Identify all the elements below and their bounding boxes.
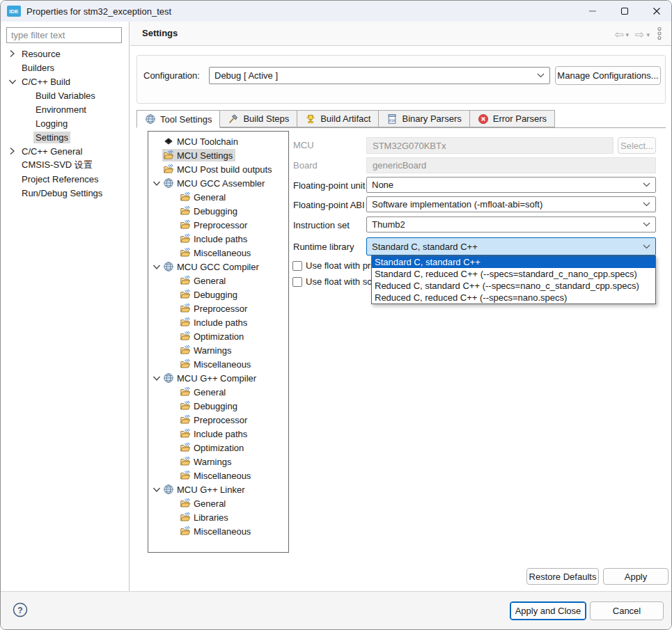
back-icon[interactable]: ⇦: [614, 28, 623, 42]
forward-icon[interactable]: ⇨: [635, 28, 644, 42]
maximize-icon[interactable]: [609, 1, 641, 22]
chevron-down-icon[interactable]: [150, 372, 162, 384]
forward-menu-icon[interactable]: ▾: [646, 31, 650, 38]
tool-tree-item-preprocessor[interactable]: Preprocessor: [148, 301, 288, 315]
tool-tree-item-preprocessor[interactable]: Preprocessor: [148, 413, 288, 427]
tool-tree-item-miscellaneous[interactable]: Miscellaneous: [148, 468, 288, 482]
help-icon[interactable]: ?: [12, 601, 29, 620]
apply-and-close-button[interactable]: Apply and Close: [510, 601, 586, 620]
tool-tree-item-optimization[interactable]: Optimization: [148, 329, 288, 343]
dropdown-option-reduced-c-reduced-c-specs-nano-specs[interactable]: Reduced C, reduced C++ (--specs=nano.spe…: [372, 292, 655, 304]
use-float-printf-checkbox[interactable]: [292, 261, 302, 271]
folder-icon: [180, 359, 191, 370]
tool-tree-item-mcu-gcc-compiler[interactable]: MCU GCC Compiler: [148, 260, 288, 274]
tool-tree-item-label: Optimization: [194, 443, 244, 453]
minimize-icon[interactable]: [577, 1, 609, 22]
tool-tree-item-label: Include paths: [194, 234, 247, 244]
tool-tree-item-general[interactable]: General: [148, 274, 288, 288]
floating-point-abi-select[interactable]: Software implementation (-mfloat-abi=sof…: [366, 196, 656, 212]
chevron-spacer: [150, 150, 162, 161]
configuration-select[interactable]: Debug [ Active ]: [209, 67, 550, 84]
sidebar-item-logging[interactable]: Logging: [1, 116, 130, 130]
view-menu-icon[interactable]: [656, 26, 663, 42]
tool-tree-item-mcu-g-compiler[interactable]: MCU G++ Compiler: [148, 371, 288, 385]
apply-button[interactable]: Apply: [603, 568, 669, 585]
tab-error-parsers[interactable]: Error Parsers: [470, 110, 555, 127]
tool-tree-item-miscellaneous[interactable]: Miscellaneous: [148, 357, 288, 371]
cancel-button[interactable]: Cancel: [590, 601, 664, 620]
tab-build-steps[interactable]: Build Steps: [220, 110, 297, 127]
tool-tree-item-label: Debugging: [194, 206, 237, 216]
dropdown-option-standard-c-standard-c[interactable]: Standard C, standard C++: [372, 256, 655, 268]
tool-tree-item-include-paths[interactable]: Include paths: [148, 232, 288, 246]
tool-tree-item-warnings[interactable]: Warnings: [148, 455, 288, 468]
filter-input[interactable]: [6, 27, 122, 43]
sidebar-item-cmsis-svd[interactable]: CMSIS-SVD 设置: [1, 158, 130, 172]
tool-tree-item-mcu-gcc-assembler[interactable]: MCU GCC Assembler: [148, 176, 288, 190]
use-float-printf-label: Use float with pri: [306, 260, 373, 271]
dropdown-option-standard-c-reduced-c-specs-standard-c-na[interactable]: Standard C, reduced C++ (--specs=standar…: [372, 268, 655, 280]
chevron-spacer: [167, 456, 179, 467]
tool-tree-item-general[interactable]: General: [148, 385, 288, 399]
chevron-right-icon[interactable]: [5, 48, 19, 59]
board-value-field: genericBoard: [366, 157, 656, 173]
tool-tree-item-debugging[interactable]: Debugging: [148, 399, 288, 413]
chevron-down-icon[interactable]: [150, 261, 162, 272]
tool-tree-item-label: Miscellaneous: [194, 471, 251, 481]
runtime-library-dropdown: Standard C, standard C++Standard C, redu…: [371, 255, 656, 304]
tool-tree-item-include-paths[interactable]: Include paths: [148, 427, 288, 441]
titlebar: IDE Properties for stm32_exception_test: [1, 1, 672, 22]
tool-tree-item-label: MCU G++ Linker: [177, 485, 245, 495]
sidebar-item-project-references[interactable]: Project References: [1, 172, 130, 186]
tool-tree-item-mcu-toolchain[interactable]: MCU Toolchain: [148, 134, 288, 148]
tool-tree-item-content: MCU GCC Assembler: [162, 177, 267, 189]
back-menu-icon[interactable]: ▾: [626, 31, 630, 38]
tool-tree-item-debugging[interactable]: Debugging: [148, 288, 288, 301]
tool-tree-item-label: Miscellaneous: [194, 248, 251, 258]
close-icon[interactable]: [641, 1, 672, 22]
sidebar-item-builders[interactable]: Builders: [1, 61, 130, 74]
tab-binary-parsers[interactable]: 010Binary Parsers: [379, 110, 469, 127]
tool-tree-item-optimization[interactable]: Optimization: [148, 441, 288, 455]
dropdown-option-reduced-c-standard-c-specs-nano-c-standa[interactable]: Reduced C, standard C++ (--specs=nano_c_…: [372, 280, 655, 292]
tab-build-artifact[interactable]: Build Artifact: [297, 110, 379, 127]
configuration-group: Configuration: Debug [ Active ] Manage C…: [136, 55, 666, 104]
chevron-down-icon[interactable]: [150, 484, 162, 495]
folder-icon: [180, 247, 191, 258]
instruction-set-select[interactable]: Thumb2: [366, 216, 656, 233]
sidebar-item-label: Settings: [33, 132, 70, 143]
sidebar-item-environment[interactable]: Environment: [1, 102, 130, 116]
tab-label: Build Artifact: [320, 113, 370, 124]
tool-tree-item-label: General: [194, 276, 226, 286]
chevron-right-icon[interactable]: [5, 145, 19, 157]
tool-tree-item-miscellaneous[interactable]: Miscellaneous: [148, 524, 288, 538]
sidebar-item-resource[interactable]: Resource: [1, 47, 130, 61]
tool-tree-item-preprocessor[interactable]: Preprocessor: [148, 218, 288, 232]
manage-configurations-button[interactable]: Manage Configurations...: [555, 66, 661, 85]
floating-point-unit-select[interactable]: None: [366, 177, 656, 193]
tool-tree-item-debugging[interactable]: Debugging: [148, 204, 288, 218]
chevron-down-icon[interactable]: [5, 76, 19, 87]
tool-tree-item-miscellaneous[interactable]: Miscellaneous: [148, 246, 288, 260]
restore-defaults-button[interactable]: Restore Defaults: [526, 568, 599, 585]
tool-tree-item-mcu-post-build-outputs[interactable]: MCU Post build outputs: [148, 162, 288, 176]
chip-icon: [163, 136, 174, 147]
use-float-scanf-checkbox[interactable]: [292, 277, 302, 287]
runtime-library-select[interactable]: Standard C, standard C++: [366, 237, 656, 255]
tool-tree-item-content: General: [179, 191, 228, 203]
tool-tree-item-mcu-g-linker[interactable]: MCU G++ Linker: [148, 482, 288, 496]
tool-tree-item-libraries[interactable]: Libraries: [148, 510, 288, 524]
sidebar-item-c-c-general[interactable]: C/C++ General: [1, 144, 130, 158]
chevron-down-icon[interactable]: [150, 178, 162, 189]
tab-tool-settings[interactable]: Tool Settings: [136, 110, 220, 128]
sidebar-item-c-c-build[interactable]: C/C++ Build: [1, 74, 130, 88]
tool-tree-item-include-paths[interactable]: Include paths: [148, 315, 288, 329]
tool-tree-item-general[interactable]: General: [148, 496, 288, 510]
sidebar-item-run-debug-settings[interactable]: Run/Debug Settings: [1, 186, 130, 200]
tool-tree-item-mcu-settings[interactable]: MCU Settings: [148, 148, 288, 162]
tool-tree-item-general[interactable]: General: [148, 190, 288, 204]
tool-tree-item-content: MCU Post build outputs: [162, 163, 275, 175]
sidebar-item-build-variables[interactable]: Build Variables: [1, 88, 130, 102]
sidebar-item-settings[interactable]: Settings: [1, 130, 130, 144]
tool-tree-item-warnings[interactable]: Warnings: [148, 343, 288, 357]
